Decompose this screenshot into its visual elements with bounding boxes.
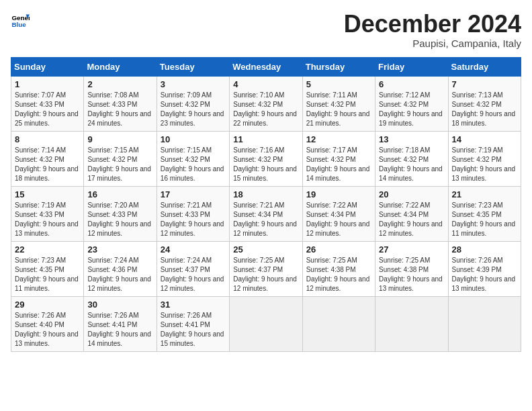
weekday-header: Saturday: [448, 57, 521, 76]
day-detail: Sunrise: 7:24 AMSunset: 4:37 PMDaylight:…: [161, 256, 226, 293]
day-number: 20: [379, 189, 444, 199]
calendar-table: SundayMondayTuesdayWednesdayThursdayFrid…: [11, 57, 521, 352]
calendar-cell: 6Sunrise: 7:12 AMSunset: 4:32 PMDaylight…: [375, 76, 448, 131]
weekday-header: Monday: [84, 57, 157, 76]
calendar-cell: 16Sunrise: 7:20 AMSunset: 4:33 PMDayligh…: [84, 186, 157, 241]
logo-icon: General Blue: [11, 11, 30, 30]
calendar-cell: 28Sunrise: 7:26 AMSunset: 4:39 PMDayligh…: [448, 241, 521, 296]
day-number: 23: [87, 244, 152, 255]
day-number: 14: [452, 134, 517, 144]
calendar-cell: [302, 296, 375, 351]
calendar-cell: 1Sunrise: 7:07 AMSunset: 4:33 PMDaylight…: [11, 76, 84, 131]
calendar-cell: 31Sunrise: 7:26 AMSunset: 4:41 PMDayligh…: [157, 296, 229, 351]
day-detail: Sunrise: 7:25 AMSunset: 4:38 PMDaylight:…: [306, 256, 371, 293]
day-number: 29: [15, 300, 80, 310]
calendar-cell: 5Sunrise: 7:11 AMSunset: 4:32 PMDaylight…: [302, 76, 375, 131]
day-detail: Sunrise: 7:21 AMSunset: 4:33 PMDaylight:…: [161, 201, 226, 238]
day-number: 19: [306, 189, 371, 199]
calendar-cell: 23Sunrise: 7:24 AMSunset: 4:36 PMDayligh…: [84, 241, 157, 296]
day-detail: Sunrise: 7:26 AMSunset: 4:39 PMDaylight:…: [452, 256, 517, 293]
day-number: 25: [233, 244, 298, 255]
day-detail: Sunrise: 7:22 AMSunset: 4:34 PMDaylight:…: [306, 201, 371, 238]
calendar-cell: [448, 296, 521, 351]
day-detail: Sunrise: 7:26 AMSunset: 4:41 PMDaylight:…: [161, 311, 226, 349]
calendar-cell: 3Sunrise: 7:09 AMSunset: 4:32 PMDaylight…: [157, 76, 229, 131]
svg-text:Blue: Blue: [11, 21, 26, 28]
calendar-cell: 11Sunrise: 7:16 AMSunset: 4:32 PMDayligh…: [230, 131, 302, 186]
day-number: 21: [452, 189, 517, 199]
weekday-header: Tuesday: [157, 57, 229, 76]
calendar-cell: 18Sunrise: 7:21 AMSunset: 4:34 PMDayligh…: [230, 186, 302, 241]
day-detail: Sunrise: 7:21 AMSunset: 4:34 PMDaylight:…: [233, 201, 298, 238]
day-detail: Sunrise: 7:25 AMSunset: 4:38 PMDaylight:…: [379, 256, 444, 293]
calendar-week-row: 22Sunrise: 7:23 AMSunset: 4:35 PMDayligh…: [11, 241, 521, 296]
calendar-cell: 19Sunrise: 7:22 AMSunset: 4:34 PMDayligh…: [302, 186, 375, 241]
day-number: 17: [161, 189, 226, 199]
day-number: 10: [161, 134, 226, 144]
day-detail: Sunrise: 7:12 AMSunset: 4:32 PMDaylight:…: [379, 91, 444, 128]
calendar-cell: 30Sunrise: 7:26 AMSunset: 4:41 PMDayligh…: [84, 296, 157, 351]
calendar-week-row: 8Sunrise: 7:14 AMSunset: 4:32 PMDaylight…: [11, 131, 521, 186]
day-number: 2: [87, 79, 152, 89]
day-number: 18: [233, 189, 298, 199]
calendar-cell: 13Sunrise: 7:18 AMSunset: 4:32 PMDayligh…: [375, 131, 448, 186]
day-number: 22: [15, 244, 80, 255]
calendar-cell: 12Sunrise: 7:17 AMSunset: 4:32 PMDayligh…: [302, 131, 375, 186]
calendar-cell: 8Sunrise: 7:14 AMSunset: 4:32 PMDaylight…: [11, 131, 84, 186]
day-detail: Sunrise: 7:14 AMSunset: 4:32 PMDaylight:…: [15, 146, 80, 183]
day-number: 9: [87, 134, 152, 144]
day-detail: Sunrise: 7:24 AMSunset: 4:36 PMDaylight:…: [87, 256, 152, 293]
day-number: 15: [15, 189, 80, 199]
day-detail: Sunrise: 7:20 AMSunset: 4:33 PMDaylight:…: [87, 201, 152, 238]
day-detail: Sunrise: 7:13 AMSunset: 4:32 PMDaylight:…: [452, 91, 517, 128]
day-detail: Sunrise: 7:25 AMSunset: 4:37 PMDaylight:…: [233, 256, 298, 293]
month-title: December 2024: [344, 11, 521, 38]
day-detail: Sunrise: 7:23 AMSunset: 4:35 PMDaylight:…: [15, 256, 80, 293]
calendar-cell: 7Sunrise: 7:13 AMSunset: 4:32 PMDaylight…: [448, 76, 521, 131]
day-detail: Sunrise: 7:07 AMSunset: 4:33 PMDaylight:…: [15, 91, 80, 128]
calendar-week-row: 1Sunrise: 7:07 AMSunset: 4:33 PMDaylight…: [11, 76, 521, 131]
calendar-header: SundayMondayTuesdayWednesdayThursdayFrid…: [11, 57, 521, 76]
calendar-cell: 9Sunrise: 7:15 AMSunset: 4:32 PMDaylight…: [84, 131, 157, 186]
calendar-cell: [375, 296, 448, 351]
day-number: 31: [161, 300, 226, 310]
day-number: 5: [306, 79, 371, 89]
day-number: 30: [87, 300, 152, 310]
day-detail: Sunrise: 7:08 AMSunset: 4:33 PMDaylight:…: [87, 91, 152, 128]
day-detail: Sunrise: 7:17 AMSunset: 4:32 PMDaylight:…: [306, 146, 371, 183]
day-detail: Sunrise: 7:19 AMSunset: 4:33 PMDaylight:…: [15, 201, 80, 238]
day-detail: Sunrise: 7:16 AMSunset: 4:32 PMDaylight:…: [233, 146, 298, 183]
weekday-header: Thursday: [302, 57, 375, 76]
day-number: 11: [233, 134, 298, 144]
day-number: 4: [233, 79, 298, 89]
day-number: 26: [306, 244, 371, 255]
calendar-cell: 21Sunrise: 7:23 AMSunset: 4:35 PMDayligh…: [448, 186, 521, 241]
day-number: 7: [452, 79, 517, 89]
day-detail: Sunrise: 7:23 AMSunset: 4:35 PMDaylight:…: [452, 201, 517, 238]
weekday-header: Wednesday: [230, 57, 302, 76]
calendar-cell: 4Sunrise: 7:10 AMSunset: 4:32 PMDaylight…: [230, 76, 302, 131]
calendar-cell: 15Sunrise: 7:19 AMSunset: 4:33 PMDayligh…: [11, 186, 84, 241]
day-detail: Sunrise: 7:09 AMSunset: 4:32 PMDaylight:…: [161, 91, 226, 128]
day-detail: Sunrise: 7:11 AMSunset: 4:32 PMDaylight:…: [306, 91, 371, 128]
calendar-cell: 2Sunrise: 7:08 AMSunset: 4:33 PMDaylight…: [84, 76, 157, 131]
calendar-cell: 29Sunrise: 7:26 AMSunset: 4:40 PMDayligh…: [11, 296, 84, 351]
day-detail: Sunrise: 7:26 AMSunset: 4:41 PMDaylight:…: [87, 311, 152, 349]
day-number: 3: [161, 79, 226, 89]
day-detail: Sunrise: 7:10 AMSunset: 4:32 PMDaylight:…: [233, 91, 298, 128]
weekday-header: Sunday: [11, 57, 84, 76]
day-detail: Sunrise: 7:15 AMSunset: 4:32 PMDaylight:…: [161, 146, 226, 183]
day-detail: Sunrise: 7:18 AMSunset: 4:32 PMDaylight:…: [379, 146, 444, 183]
day-number: 6: [379, 79, 444, 89]
calendar-cell: 17Sunrise: 7:21 AMSunset: 4:33 PMDayligh…: [157, 186, 229, 241]
title-area: December 2024 Paupisi, Campania, Italy: [344, 11, 521, 49]
weekday-header: Friday: [375, 57, 448, 76]
day-detail: Sunrise: 7:22 AMSunset: 4:34 PMDaylight:…: [379, 201, 444, 238]
day-number: 8: [15, 134, 80, 144]
logo: General Blue: [11, 11, 30, 30]
calendar-cell: 10Sunrise: 7:15 AMSunset: 4:32 PMDayligh…: [157, 131, 229, 186]
day-number: 28: [452, 244, 517, 255]
calendar-cell: 22Sunrise: 7:23 AMSunset: 4:35 PMDayligh…: [11, 241, 84, 296]
calendar-cell: [230, 296, 302, 351]
day-number: 13: [379, 134, 444, 144]
